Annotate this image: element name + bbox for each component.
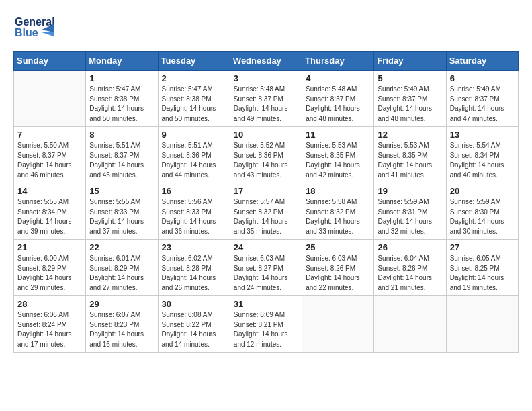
calendar-cell: 16 Sunrise: 5:56 AM Sunset: 8:33 PM Dayl… [158, 183, 230, 240]
calendar-cell: 23 Sunrise: 6:02 AM Sunset: 8:28 PM Dayl… [158, 240, 230, 296]
day-info: Sunrise: 6:05 AM Sunset: 8:25 PM Dayligh… [450, 254, 515, 293]
calendar-cell: 20 Sunrise: 5:59 AM Sunset: 8:30 PM Dayl… [446, 183, 518, 240]
sunset-text: Sunset: 8:35 PM [306, 152, 355, 159]
day-info: Sunrise: 5:51 AM Sunset: 8:37 PM Dayligh… [89, 141, 154, 180]
sunrise-text: Sunrise: 5:59 AM [450, 198, 501, 205]
logo-icon: General Blue [13, 11, 54, 44]
calendar-cell: 24 Sunrise: 6:03 AM Sunset: 8:27 PM Dayl… [230, 240, 302, 296]
daylight-text: Daylight: 14 hours and 48 minutes. [306, 105, 360, 122]
day-info: Sunrise: 5:57 AM Sunset: 8:32 PM Dayligh… [234, 197, 298, 236]
sunrise-text: Sunrise: 6:00 AM [17, 255, 69, 262]
sunset-text: Sunset: 8:27 PM [234, 265, 283, 272]
calendar-cell: 31 Sunrise: 6:09 AM Sunset: 8:21 PM Dayl… [230, 296, 302, 353]
daylight-text: Daylight: 14 hours and 47 minutes. [450, 105, 504, 122]
calendar-cell: 17 Sunrise: 5:57 AM Sunset: 8:32 PM Dayl… [230, 183, 302, 240]
day-number: 8 [89, 130, 154, 140]
daylight-text: Daylight: 14 hours and 44 minutes. [162, 161, 216, 179]
daylight-text: Daylight: 14 hours and 33 minutes. [306, 218, 360, 235]
day-info: Sunrise: 5:56 AM Sunset: 8:33 PM Dayligh… [162, 197, 226, 236]
daylight-text: Daylight: 14 hours and 26 minutes. [162, 274, 216, 291]
sunrise-text: Sunrise: 5:51 AM [89, 142, 140, 149]
daylight-text: Daylight: 14 hours and 45 minutes. [89, 161, 144, 179]
day-info: Sunrise: 6:03 AM Sunset: 8:26 PM Dayligh… [306, 254, 370, 293]
daylight-text: Daylight: 14 hours and 17 minutes. [17, 330, 72, 348]
calendar-cell: 19 Sunrise: 5:59 AM Sunset: 8:31 PM Dayl… [374, 183, 446, 240]
day-number: 18 [306, 186, 370, 196]
day-number: 26 [378, 242, 442, 253]
day-number: 22 [89, 242, 154, 253]
weekday-header-wednesday: Wednesday [230, 52, 302, 71]
day-number: 20 [450, 186, 515, 196]
daylight-text: Daylight: 14 hours and 46 minutes. [17, 161, 72, 179]
sunrise-text: Sunrise: 6:03 AM [306, 255, 357, 262]
day-info: Sunrise: 6:02 AM Sunset: 8:28 PM Dayligh… [162, 254, 226, 293]
day-number: 27 [450, 242, 515, 253]
sunset-text: Sunset: 8:37 PM [450, 95, 500, 103]
sunrise-text: Sunrise: 5:53 AM [306, 142, 357, 149]
day-info: Sunrise: 5:48 AM Sunset: 8:37 PM Dayligh… [306, 85, 370, 124]
weekday-header-saturday: Saturday [446, 52, 518, 71]
daylight-text: Daylight: 14 hours and 43 minutes. [234, 161, 288, 179]
calendar-cell: 7 Sunrise: 5:50 AM Sunset: 8:37 PM Dayli… [14, 127, 86, 183]
sunrise-text: Sunrise: 6:09 AM [234, 311, 285, 318]
sunset-text: Sunset: 8:32 PM [234, 208, 283, 216]
day-number: 5 [378, 73, 442, 83]
sunrise-text: Sunrise: 5:57 AM [234, 198, 285, 205]
day-info: Sunrise: 5:55 AM Sunset: 8:33 PM Dayligh… [89, 197, 154, 236]
day-info: Sunrise: 5:59 AM Sunset: 8:30 PM Dayligh… [450, 197, 515, 236]
sunrise-text: Sunrise: 5:54 AM [450, 142, 501, 149]
day-number: 6 [450, 73, 515, 83]
day-number: 19 [378, 186, 442, 196]
day-info: Sunrise: 5:47 AM Sunset: 8:38 PM Dayligh… [162, 85, 226, 124]
sunrise-text: Sunrise: 6:02 AM [162, 255, 213, 262]
sunset-text: Sunset: 8:37 PM [306, 95, 355, 103]
day-number: 29 [89, 299, 154, 309]
week-row-2: 7 Sunrise: 5:50 AM Sunset: 8:37 PM Dayli… [14, 127, 519, 183]
day-number: 25 [306, 242, 370, 253]
day-number: 28 [17, 299, 82, 309]
day-info: Sunrise: 5:51 AM Sunset: 8:36 PM Dayligh… [162, 141, 226, 180]
calendar-cell: 2 Sunrise: 5:47 AM Sunset: 8:38 PM Dayli… [158, 71, 230, 127]
day-number: 30 [162, 299, 226, 309]
calendar-cell [446, 296, 518, 353]
week-row-5: 28 Sunrise: 6:06 AM Sunset: 8:24 PM Dayl… [14, 296, 519, 353]
header: General Blue [13, 11, 519, 44]
calendar-cell: 8 Sunrise: 5:51 AM Sunset: 8:37 PM Dayli… [86, 127, 158, 183]
daylight-text: Daylight: 14 hours and 12 minutes. [234, 330, 288, 348]
day-info: Sunrise: 6:06 AM Sunset: 8:24 PM Dayligh… [17, 310, 82, 349]
day-number: 3 [234, 73, 298, 83]
sunset-text: Sunset: 8:34 PM [450, 152, 500, 159]
calendar-cell: 29 Sunrise: 6:07 AM Sunset: 8:23 PM Dayl… [86, 296, 158, 353]
day-number: 1 [89, 73, 154, 83]
daylight-text: Daylight: 14 hours and 39 minutes. [17, 218, 72, 235]
sunset-text: Sunset: 8:36 PM [162, 152, 212, 159]
day-info: Sunrise: 5:58 AM Sunset: 8:32 PM Dayligh… [306, 197, 370, 236]
weekday-header-row: SundayMondayTuesdayWednesdayThursdayFrid… [14, 52, 519, 71]
day-info: Sunrise: 6:09 AM Sunset: 8:21 PM Dayligh… [234, 310, 298, 349]
calendar-cell: 10 Sunrise: 5:52 AM Sunset: 8:36 PM Dayl… [230, 127, 302, 183]
sunrise-text: Sunrise: 5:48 AM [306, 85, 357, 93]
sunrise-text: Sunrise: 5:58 AM [306, 198, 357, 205]
daylight-text: Daylight: 14 hours and 40 minutes. [450, 161, 504, 179]
calendar-cell: 22 Sunrise: 6:01 AM Sunset: 8:29 PM Dayl… [86, 240, 158, 296]
sunrise-text: Sunrise: 6:08 AM [162, 311, 213, 318]
calendar-cell: 15 Sunrise: 5:55 AM Sunset: 8:33 PM Dayl… [86, 183, 158, 240]
day-info: Sunrise: 5:49 AM Sunset: 8:37 PM Dayligh… [378, 85, 442, 124]
daylight-text: Daylight: 14 hours and 32 minutes. [378, 218, 432, 235]
logo: General Blue [13, 11, 56, 44]
sunrise-text: Sunrise: 5:47 AM [162, 85, 213, 93]
sunset-text: Sunset: 8:25 PM [450, 265, 500, 272]
day-number: 24 [234, 242, 298, 253]
calendar-table: SundayMondayTuesdayWednesdayThursdayFrid… [13, 51, 519, 353]
weekday-header-sunday: Sunday [14, 52, 86, 71]
day-number: 15 [89, 186, 154, 196]
calendar-cell: 11 Sunrise: 5:53 AM Sunset: 8:35 PM Dayl… [302, 127, 374, 183]
sunset-text: Sunset: 8:30 PM [450, 208, 500, 216]
sunset-text: Sunset: 8:29 PM [89, 265, 139, 272]
day-info: Sunrise: 5:53 AM Sunset: 8:35 PM Dayligh… [378, 141, 442, 180]
week-row-3: 14 Sunrise: 5:55 AM Sunset: 8:34 PM Dayl… [14, 183, 519, 240]
day-info: Sunrise: 5:53 AM Sunset: 8:35 PM Dayligh… [306, 141, 370, 180]
weekday-header-thursday: Thursday [302, 52, 374, 71]
calendar-cell: 18 Sunrise: 5:58 AM Sunset: 8:32 PM Dayl… [302, 183, 374, 240]
calendar-cell: 4 Sunrise: 5:48 AM Sunset: 8:37 PM Dayli… [302, 71, 374, 127]
